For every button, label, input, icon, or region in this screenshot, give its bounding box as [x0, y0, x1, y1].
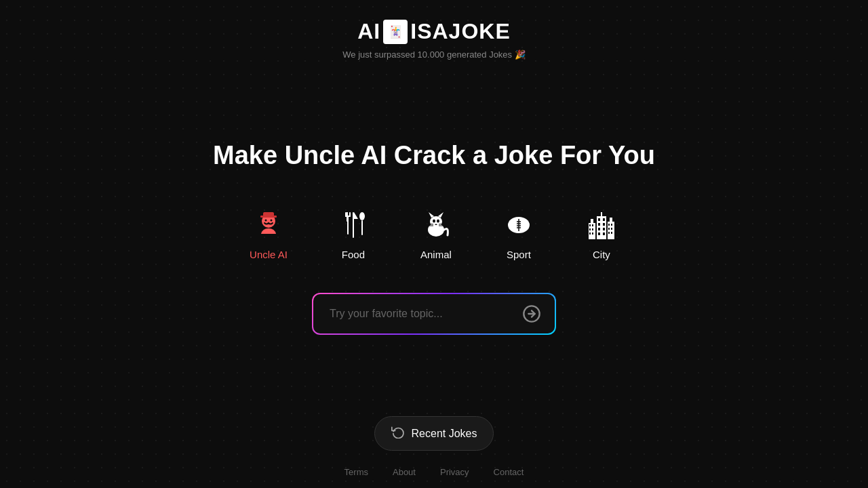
category-city[interactable]: City	[574, 203, 629, 266]
svg-rect-38	[592, 232, 593, 235]
category-uncle-ai[interactable]: Uncle AI	[239, 203, 298, 266]
svg-rect-32	[591, 219, 593, 223]
category-food-label: Food	[342, 249, 365, 260]
svg-rect-41	[603, 218, 605, 221]
svg-point-2	[271, 220, 273, 222]
food-icon	[336, 208, 370, 242]
footer-terms[interactable]: Terms	[344, 467, 368, 477]
svg-rect-44	[598, 228, 600, 230]
footer: Terms About Privacy Contact	[344, 451, 524, 488]
search-submit-button[interactable]	[519, 302, 544, 326]
uncle-ai-icon	[252, 208, 285, 242]
logo-icon: 🃏	[388, 24, 403, 39]
headline: Make Uncle AI Crack a Joke For You	[213, 141, 655, 170]
search-input[interactable]	[324, 294, 519, 333]
svg-point-19	[437, 220, 439, 223]
recent-jokes-icon	[391, 425, 405, 442]
svg-rect-55	[608, 232, 610, 234]
subtitle: We just surpassed 10.000 generated Jokes…	[342, 49, 525, 60]
svg-rect-36	[592, 228, 593, 230]
svg-rect-42	[598, 223, 600, 226]
sport-icon	[502, 208, 536, 242]
svg-rect-48	[601, 212, 602, 217]
svg-rect-10	[347, 216, 349, 235]
svg-rect-43	[603, 223, 605, 226]
logo-pre: AI	[357, 19, 380, 44]
footer-privacy[interactable]: Privacy	[440, 467, 469, 477]
svg-point-1	[265, 220, 267, 222]
svg-marker-17	[438, 212, 443, 218]
categories-container: Uncle AI	[239, 203, 629, 266]
category-sport[interactable]: Sport	[491, 203, 547, 266]
svg-rect-35	[589, 228, 591, 230]
category-food[interactable]: Food	[326, 203, 381, 266]
city-icon	[585, 208, 618, 242]
svg-rect-45	[603, 228, 605, 230]
svg-rect-11	[353, 212, 354, 238]
svg-rect-13	[361, 220, 363, 235]
recent-jokes-section: Recent Jokes	[374, 416, 494, 451]
footer-about[interactable]: About	[393, 467, 416, 477]
svg-rect-47	[603, 232, 605, 235]
logo: AI 🃏 ISAJOKE	[357, 19, 510, 44]
search-wrapper	[312, 293, 556, 335]
svg-rect-54	[611, 228, 612, 230]
svg-rect-34	[592, 224, 593, 226]
svg-rect-33	[589, 224, 591, 226]
svg-rect-37	[589, 232, 591, 235]
category-city-label: City	[593, 249, 610, 260]
header: AI 🃏 ISAJOKE We just surpassed 10.000 ge…	[342, 0, 525, 60]
category-animal-label: Animal	[420, 249, 452, 260]
animal-icon	[419, 208, 453, 242]
svg-rect-56	[611, 232, 612, 234]
search-inner	[313, 294, 555, 333]
svg-point-18	[433, 220, 435, 223]
logo-post: ISAJOKE	[410, 19, 510, 44]
category-sport-label: Sport	[507, 249, 531, 260]
category-uncle-ai-label: Uncle AI	[250, 249, 288, 260]
svg-rect-51	[608, 224, 610, 226]
main-content: Make Uncle AI Crack a Joke For You	[0, 60, 868, 451]
svg-rect-46	[598, 232, 600, 235]
category-animal[interactable]: Animal	[408, 203, 464, 266]
logo-icon-box: 🃏	[383, 20, 408, 44]
svg-rect-52	[611, 224, 612, 226]
svg-rect-4	[263, 212, 274, 218]
svg-rect-40	[598, 218, 600, 221]
recent-jokes-button[interactable]: Recent Jokes	[374, 416, 494, 451]
recent-jokes-label: Recent Jokes	[412, 428, 477, 440]
svg-rect-53	[608, 228, 610, 230]
svg-marker-16	[429, 212, 434, 218]
svg-point-12	[359, 212, 365, 220]
footer-contact[interactable]: Contact	[494, 467, 524, 477]
svg-rect-50	[610, 218, 612, 222]
